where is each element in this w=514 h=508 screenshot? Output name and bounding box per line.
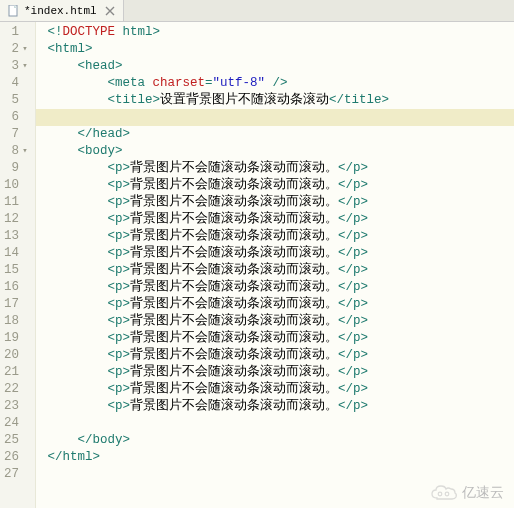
code-line[interactable] bbox=[36, 109, 514, 126]
code-line[interactable]: <p>背景图片不会随滚动条滚动而滚动。</p> bbox=[36, 279, 514, 296]
code-content[interactable]: <!DOCTYPE html> <html> <head> <meta char… bbox=[36, 22, 514, 508]
code-line[interactable]: <p>背景图片不会随滚动条滚动而滚动。</p> bbox=[36, 228, 514, 245]
line-number: 25 bbox=[4, 432, 29, 449]
file-icon bbox=[8, 5, 20, 17]
code-line[interactable]: <p>背景图片不会随滚动条滚动而滚动。</p> bbox=[36, 211, 514, 228]
line-number: 3▾ bbox=[4, 58, 29, 75]
code-line[interactable]: <p>背景图片不会随滚动条滚动而滚动。</p> bbox=[36, 245, 514, 262]
fold-marker-icon[interactable]: ▾ bbox=[21, 58, 29, 75]
line-number: 22 bbox=[4, 381, 29, 398]
close-icon[interactable] bbox=[105, 6, 115, 16]
line-number: 19 bbox=[4, 330, 29, 347]
watermark-text: 亿速云 bbox=[462, 484, 504, 502]
tab-filename: *index.html bbox=[24, 5, 97, 17]
line-number: 18 bbox=[4, 313, 29, 330]
code-line[interactable]: </head> bbox=[36, 126, 514, 143]
line-number: 14 bbox=[4, 245, 29, 262]
svg-rect-0 bbox=[9, 5, 17, 16]
line-number: 27 bbox=[4, 466, 29, 483]
code-line[interactable] bbox=[36, 415, 514, 432]
svg-point-1 bbox=[438, 492, 442, 496]
code-line[interactable]: <head> bbox=[36, 58, 514, 75]
code-line[interactable]: <meta charset="utf-8" /> bbox=[36, 75, 514, 92]
code-line[interactable]: <p>背景图片不会随滚动条滚动而滚动。</p> bbox=[36, 313, 514, 330]
line-number-gutter: 12▾3▾45678▾91011121314151617181920212223… bbox=[0, 22, 36, 508]
code-line[interactable]: <!DOCTYPE html> bbox=[36, 24, 514, 41]
code-line[interactable]: <title>设置背景图片不随滚动条滚动</title> bbox=[36, 92, 514, 109]
fold-marker-icon[interactable]: ▾ bbox=[21, 143, 29, 160]
tab-bar: *index.html bbox=[0, 0, 514, 22]
code-line[interactable]: <p>背景图片不会随滚动条滚动而滚动。</p> bbox=[36, 398, 514, 415]
line-number: 12 bbox=[4, 211, 29, 228]
code-editor[interactable]: 12▾3▾45678▾91011121314151617181920212223… bbox=[0, 22, 514, 508]
line-number: 20 bbox=[4, 347, 29, 364]
line-number: 13 bbox=[4, 228, 29, 245]
line-number: 6 bbox=[4, 109, 29, 126]
code-line[interactable]: <p>背景图片不会随滚动条滚动而滚动。</p> bbox=[36, 177, 514, 194]
code-line[interactable]: <p>背景图片不会随滚动条滚动而滚动。</p> bbox=[36, 194, 514, 211]
line-number: 11 bbox=[4, 194, 29, 211]
line-number: 2▾ bbox=[4, 41, 29, 58]
line-number: 1 bbox=[4, 24, 29, 41]
code-line[interactable]: <html> bbox=[36, 41, 514, 58]
code-line[interactable]: <p>背景图片不会随滚动条滚动而滚动。</p> bbox=[36, 296, 514, 313]
code-line[interactable]: <p>背景图片不会随滚动条滚动而滚动。</p> bbox=[36, 381, 514, 398]
code-line[interactable] bbox=[36, 466, 514, 483]
svg-point-2 bbox=[445, 492, 449, 496]
line-number: 24 bbox=[4, 415, 29, 432]
line-number: 5 bbox=[4, 92, 29, 109]
line-number: 10 bbox=[4, 177, 29, 194]
cloud-icon bbox=[430, 484, 458, 502]
line-number: 4 bbox=[4, 75, 29, 92]
line-number: 16 bbox=[4, 279, 29, 296]
fold-marker-icon[interactable]: ▾ bbox=[21, 41, 29, 58]
line-number: 15 bbox=[4, 262, 29, 279]
code-line[interactable]: <p>背景图片不会随滚动条滚动而滚动。</p> bbox=[36, 347, 514, 364]
code-line[interactable]: <p>背景图片不会随滚动条滚动而滚动。</p> bbox=[36, 160, 514, 177]
line-number: 21 bbox=[4, 364, 29, 381]
code-line[interactable]: <p>背景图片不会随滚动条滚动而滚动。</p> bbox=[36, 262, 514, 279]
code-line[interactable]: <p>背景图片不会随滚动条滚动而滚动。</p> bbox=[36, 364, 514, 381]
line-number: 23 bbox=[4, 398, 29, 415]
watermark: 亿速云 bbox=[430, 484, 504, 502]
line-number: 17 bbox=[4, 296, 29, 313]
editor-tab[interactable]: *index.html bbox=[0, 0, 124, 21]
code-line[interactable]: </html> bbox=[36, 449, 514, 466]
code-line[interactable]: <body> bbox=[36, 143, 514, 160]
line-number: 7 bbox=[4, 126, 29, 143]
code-line[interactable]: <p>背景图片不会随滚动条滚动而滚动。</p> bbox=[36, 330, 514, 347]
line-number: 9 bbox=[4, 160, 29, 177]
code-line[interactable]: </body> bbox=[36, 432, 514, 449]
line-number: 8▾ bbox=[4, 143, 29, 160]
line-number: 26 bbox=[4, 449, 29, 466]
